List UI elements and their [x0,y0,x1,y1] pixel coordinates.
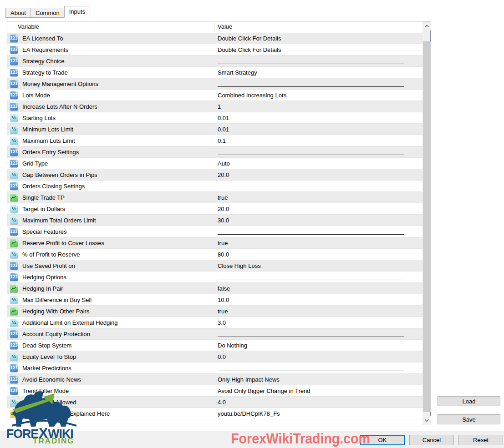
double-type-icon: ½ [10,296,18,304]
variable-value[interactable]: false [218,283,230,294]
table-row[interactable]: ½ Equity Level To Stop 0.0 [7,351,423,362]
variable-value[interactable]: 80.0 [218,249,229,260]
variable-value[interactable]: Close High Loss [218,260,261,271]
table-row[interactable]: 123 Money Management Options [7,78,423,90]
table-row[interactable]: 123 Hedging Options [7,272,423,283]
variable-value[interactable]: Only High Impact News [218,374,280,385]
integer-type-icon: 123 [10,160,18,167]
variable-value[interactable]: 0.01 [218,124,229,135]
separator-line [218,64,404,64]
variable-value[interactable]: 20.0 [218,169,229,180]
table-row[interactable]: ab Input Parameters Explained Here youtu… [7,408,423,419]
variable-value[interactable]: 1 [218,101,221,112]
variable-value[interactable]: 0.1 [218,135,226,146]
variable-name: Target in Dollars [22,206,65,212]
table-row[interactable]: Hedging In Pair false [7,283,423,294]
table-row[interactable]: 123 Avoid Economic News Only High Impact… [7,374,423,385]
table-row[interactable]: ½ Target in Dollars 20.0 [7,203,423,215]
variable-name: Orders Entry Settings [22,149,79,156]
table-row[interactable]: 123 Grid Type Auto [7,158,423,169]
variable-value[interactable]: youtu.be/DHCplK78_Fs [218,408,280,419]
variable-value[interactable]: Double Click For Details [218,33,281,44]
variable-value[interactable]: 0.0 [218,351,226,362]
double-type-icon: ½ [10,251,18,258]
table-row[interactable]: Hedging With Other Pairs true [7,306,423,317]
table-row[interactable]: ½ Max Spread Allowed 4.0 [7,397,423,408]
scroll-up-button[interactable] [423,21,431,30]
table-row[interactable]: ½ Starting Lots 0.01 [7,112,423,124]
integer-type-icon: 123 [10,330,18,338]
variable-name: Account Equity Protection [22,331,90,337]
table-rows: 123 EA Licensed To Double Click For Deta… [7,33,423,419]
table-row[interactable]: ½ Maximum Lots Limit 0.1 [7,135,423,146]
variable-name: Strategy Choice [22,58,65,65]
table-row[interactable]: 123 Market Predictions [7,362,423,374]
variable-value[interactable]: Smart Strategy [218,67,257,78]
variable-value[interactable]: Combined Increasing Lots [218,90,286,101]
variable-name: Hedging Options [22,274,66,281]
table-row[interactable]: 123 Account Equity Protection [7,328,423,340]
boolean-type-icon [10,194,18,201]
scroll-down-button[interactable] [423,416,431,425]
table-row[interactable]: ½ Minimum Lots Limit 0.01 [7,124,423,135]
variable-name: Increase Lots After N Orders [22,103,97,110]
reset-button[interactable]: Reset [458,435,503,445]
table-row[interactable]: 123 Strategy Choice [7,55,423,67]
integer-type-icon: 123 [10,228,18,236]
variable-name: Lots Mode [22,92,50,99]
table-row[interactable]: ½ Maximum Total Orders Limit 30.0 [7,215,423,226]
table-row[interactable]: 123 Dead Stop System Do Nothing [7,340,423,351]
variable-value[interactable]: Do Nothing [218,340,247,351]
variable-value[interactable]: 10.0 [218,294,229,305]
variable-value[interactable]: true [218,306,228,317]
table-row[interactable]: ½ Additional Limit on External Hedging 3… [7,317,423,328]
table-row[interactable]: ½ Max Difference in Buy Sell 10.0 [7,294,423,306]
table-row[interactable]: ½ % of Profit to Reserve 80.0 [7,249,423,260]
variable-value[interactable]: Auto [218,158,230,169]
variable-value[interactable]: true [218,192,228,203]
table-row[interactable]: 123 Special Features [7,226,423,237]
table-row[interactable]: 123 EA Licensed To Double Click For Deta… [7,33,423,44]
table-row[interactable]: 123 Trend Filter Mode Avoid Only Bigger … [7,385,423,397]
variable-name: Special Features [22,228,67,235]
save-button[interactable]: Save [438,414,500,424]
separator-line [218,337,404,337]
table-row[interactable]: 123 Orders Entry Settings [7,146,423,158]
separator-line [218,280,404,280]
table-row[interactable]: Reserve Profit to Cover Losses true [7,237,423,249]
variable-value[interactable]: 0.01 [218,112,229,123]
table-row[interactable]: 123 Use Saved Profit on Close High Loss [7,260,423,272]
variable-value[interactable]: 4.0 [218,397,226,408]
table-row[interactable]: 123 Orders Closing Settings [7,181,423,192]
table-row[interactable]: 123 Lots Mode Combined Increasing Lots [7,90,423,101]
variable-name: Trend Filter Mode [22,388,69,394]
variable-name: Market Predictions [22,365,71,372]
tab-inputs[interactable]: Inputs [64,6,90,18]
table-row[interactable]: ½ Gap Between Orders in Pips 20.0 [7,169,423,181]
double-type-icon: ½ [10,398,18,406]
table-row[interactable]: Single Trade TP true [7,192,423,203]
variable-value[interactable]: 30.0 [218,215,229,226]
variable-value[interactable]: 20.0 [218,203,229,214]
scrollbar-thumb[interactable] [423,41,431,412]
tab-common[interactable]: Common [31,8,65,18]
variable-name: Max Spread Allowed [22,399,76,406]
variable-value[interactable]: Avoid Only Bigger Change in Trend [218,385,311,396]
inputs-table: Variable Value 123 EA Licensed To Double… [7,21,431,425]
tab-about[interactable]: About [5,8,31,18]
variable-name: Avoid Economic News [22,376,81,383]
column-divider[interactable] [214,23,215,31]
variable-value[interactable]: Double Click For Details [218,44,281,55]
table-row[interactable]: 123 Strategy to Trade Smart Strategy [7,67,423,78]
boolean-type-icon [10,307,18,315]
chevron-down-icon [425,419,429,422]
load-button[interactable]: Load [438,396,500,406]
integer-type-icon: 123 [10,57,18,65]
vertical-scrollbar[interactable] [423,21,430,425]
integer-type-icon: 123 [10,35,18,42]
table-row[interactable]: 123 Increase Lots After N Orders 1 [7,101,423,112]
variable-value[interactable]: 3.0 [218,317,226,328]
table-row[interactable]: 123 EA Requirements Double Click For Det… [7,44,423,55]
variable-value[interactable]: true [218,237,228,248]
cancel-button[interactable]: Cancel [409,435,454,445]
